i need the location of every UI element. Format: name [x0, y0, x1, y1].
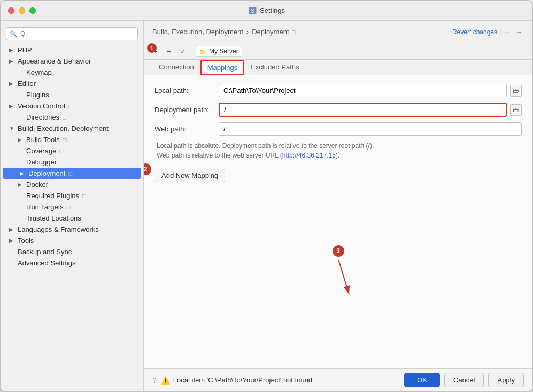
minimize-button[interactable]	[19, 7, 25, 14]
close-button[interactable]	[8, 7, 14, 14]
folder-icon-local: 🗁	[513, 87, 519, 95]
deployment-path-folder-button[interactable]: 🗁	[510, 104, 522, 116]
local-path-input-wrap: 🗁	[219, 84, 522, 97]
tab-mappings[interactable]: Mappings	[200, 60, 244, 75]
pin-icon-vc: □	[68, 103, 72, 109]
pin-icon-bt: □	[63, 137, 67, 143]
main-content: 🔍 ▶ PHP ▶ Appearance & Behavior Keymap ▶	[1, 21, 532, 391]
web-path-label: Web path:	[155, 125, 219, 133]
header-actions: Revert changes ← →	[452, 28, 524, 36]
sidebar-label-vc: Version Control	[18, 102, 65, 110]
deployment-path-row: Deployment path: 🗁	[155, 103, 522, 117]
breadcrumb-sep: ›	[246, 28, 249, 36]
server-entry[interactable]: 📁 My Server	[196, 46, 242, 57]
tab-mappings-label: Mappings	[207, 64, 237, 72]
sidebar-label-coverage: Coverage	[26, 147, 56, 155]
window-controls	[8, 7, 36, 14]
sidebar-item-coverage[interactable]: Coverage □	[1, 145, 143, 156]
annotation-badge-1: 1	[147, 43, 157, 53]
sidebar-item-directories[interactable]: Directories □	[1, 112, 143, 123]
sidebar-item-build-tools[interactable]: ▶ Build Tools □	[1, 134, 143, 145]
svg-line-3	[338, 260, 349, 294]
sidebar-item-editor[interactable]: ▶ Editor	[1, 78, 143, 89]
help-icon[interactable]: ?	[152, 376, 157, 385]
local-path-input[interactable]	[219, 84, 507, 97]
revert-changes-link[interactable]: Revert changes	[452, 28, 497, 36]
local-path-folder-button[interactable]: 🗁	[510, 85, 522, 97]
sidebar-item-run-targets[interactable]: Run Targets □	[1, 201, 143, 213]
remove-server-button[interactable]: −	[163, 45, 175, 57]
ok-button[interactable]: OK	[404, 373, 440, 387]
warning-icon: ⚠️	[161, 376, 170, 385]
sidebar-item-docker[interactable]: ▶ Docker	[1, 179, 143, 190]
server-name: My Server	[209, 48, 238, 55]
web-path-input[interactable]	[219, 122, 522, 136]
apply-button[interactable]: Apply	[488, 373, 524, 387]
settings-icon: S	[248, 6, 257, 15]
bottom-buttons: OK Cancel Apply	[404, 373, 524, 387]
warning-message: ⚠️ Local item 'C:\Path\To\Your\Project' …	[161, 376, 314, 385]
breadcrumb: Build, Execution, Deployment › Deploymen…	[152, 28, 296, 36]
annotation-badge-2: 2	[144, 163, 151, 175]
sidebar-item-version-control[interactable]: ▶ Version Control □	[1, 100, 143, 112]
annotation-area-3: 3	[317, 245, 360, 300]
lock-icon: □	[292, 29, 296, 35]
content-spacer: 3	[155, 182, 522, 321]
deployment-content: Local path: 🗁 Deployment path: 🗁	[144, 75, 532, 368]
sidebar-label-required-plugins: Required Plugins	[26, 192, 79, 200]
sidebar: 🔍 ▶ PHP ▶ Appearance & Behavior Keymap ▶	[1, 21, 144, 391]
sidebar-item-keymap[interactable]: Keymap	[1, 67, 143, 78]
maximize-button[interactable]	[29, 7, 36, 14]
sidebar-item-required-plugins[interactable]: Required Plugins □	[1, 190, 143, 201]
sidebar-label-languages: Languages & Frameworks	[18, 225, 99, 233]
pin-icon-cov: □	[59, 148, 63, 154]
sidebar-item-plugins[interactable]: Plugins	[1, 89, 143, 100]
nav-forward-arrow[interactable]: →	[514, 28, 524, 36]
sidebar-label-keymap: Keymap	[26, 68, 52, 76]
tab-connection[interactable]: Connection	[152, 60, 200, 75]
sidebar-label-docker: Docker	[26, 181, 48, 189]
breadcrumb-part2: Deployment	[252, 28, 289, 36]
sidebar-item-advanced-settings[interactable]: Advanced Settings	[1, 257, 143, 269]
sidebar-label-editor: Editor	[18, 80, 36, 88]
settings-window: S Settings 🔍 ▶ PHP ▶ Appearance & Behavi…	[0, 0, 533, 392]
expand-arrow-tools: ▶	[9, 238, 16, 244]
tab-excluded-paths[interactable]: Excluded Paths	[244, 60, 305, 75]
check-button[interactable]: ✓	[177, 45, 189, 57]
expand-arrow-docker: ▶	[18, 182, 24, 187]
sidebar-item-appearance-behavior[interactable]: ▶ Appearance & Behavior	[1, 56, 143, 67]
sidebar-label-deployment: Deployment	[28, 169, 65, 177]
local-path-row: Local path: 🗁	[155, 84, 522, 97]
tab-connection-label: Connection	[159, 63, 194, 71]
sidebar-label-build-execution: Build, Execution, Deployment	[18, 124, 109, 132]
annotation-badge-3: 3	[333, 245, 344, 257]
right-panel: Build, Execution, Deployment › Deploymen…	[144, 21, 532, 391]
sidebar-item-languages[interactable]: ▶ Languages & Frameworks	[1, 224, 143, 235]
sidebar-item-tools[interactable]: ▶ Tools	[1, 235, 143, 246]
expand-arrow-build-tools: ▶	[18, 137, 24, 143]
title-bar: S Settings	[1, 1, 532, 21]
warning-text: Local item 'C:\Path\To\Your\Project' not…	[173, 376, 314, 384]
sidebar-item-deployment[interactable]: ▶ Deployment □	[3, 168, 141, 179]
sidebar-item-build-execution[interactable]: ▼ Build, Execution, Deployment	[1, 123, 143, 134]
pin-icon-dirs: □	[63, 114, 66, 121]
server-toolbar: 1 + − ✓ 📁 My Server	[144, 43, 532, 60]
add-new-mapping-button[interactable]: Add New Mapping	[155, 169, 225, 182]
sidebar-label-appearance: Appearance & Behavior	[18, 57, 91, 65]
sidebar-item-php[interactable]: ▶ PHP	[1, 44, 143, 56]
sidebar-item-backup-sync[interactable]: Backup and Sync	[1, 246, 143, 257]
window-title: S Settings	[248, 6, 285, 15]
nav-back-arrow[interactable]: ←	[503, 28, 512, 36]
folder-icon-deploy: 🗁	[513, 106, 519, 114]
expand-arrow-deployment: ▶	[20, 170, 26, 176]
search-box[interactable]: 🔍	[6, 27, 138, 40]
sidebar-item-debugger[interactable]: Debugger	[1, 156, 143, 168]
expand-arrow-vc: ▶	[9, 103, 16, 109]
sidebar-item-trusted-locations[interactable]: Trusted Locations	[1, 213, 143, 224]
cancel-button[interactable]: Cancel	[444, 373, 484, 387]
toolbar-divider	[192, 47, 192, 56]
pin-icon-dep: □	[68, 170, 72, 177]
search-input[interactable]	[6, 27, 138, 40]
deployment-path-input[interactable]	[219, 103, 507, 117]
web-path-row: Web path:	[155, 122, 522, 136]
